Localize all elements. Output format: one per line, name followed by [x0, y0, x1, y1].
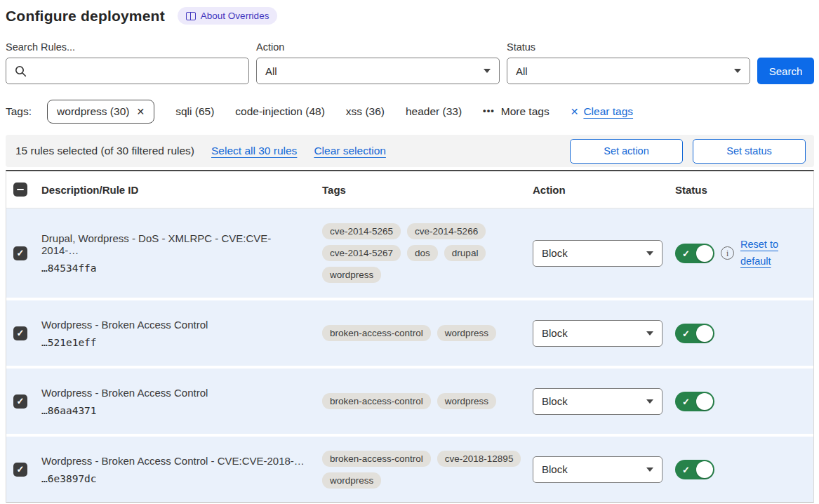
- table-row: Wordpress - Broken Access Control …521e1…: [6, 300, 813, 366]
- tag-chip: wordpress: [437, 325, 496, 341]
- rules-table: Description/Rule ID Tags Action Status D…: [6, 170, 814, 503]
- search-button[interactable]: Search: [757, 58, 814, 84]
- remove-tag-icon[interactable]: ✕: [136, 106, 145, 117]
- select-all-checkbox[interactable]: [13, 183, 27, 197]
- rule-id: …84534ffa: [41, 263, 305, 274]
- search-input-wrapper: [6, 58, 249, 84]
- clear-tags-icon: ✕: [571, 106, 579, 117]
- column-status: Status: [675, 184, 813, 196]
- chevron-down-icon: [646, 399, 653, 404]
- info-icon[interactable]: [721, 246, 734, 260]
- rule-description-cell: Wordpress - Broken Access Control - CVE:…: [41, 455, 322, 484]
- tag-chip: broken-access-control: [322, 451, 431, 467]
- row-checkbox[interactable]: [13, 326, 27, 340]
- tag-chip: cve-2014-5265: [322, 223, 401, 239]
- action-filter-field: Action All: [256, 41, 500, 84]
- rule-tags-cell: broken-access-controlcve-2018-12895wordp…: [322, 441, 533, 498]
- rule-tags-cell: cve-2014-5265cve-2014-5266cve-2014-5267d…: [322, 213, 533, 293]
- tag-chip: wordpress: [322, 472, 381, 489]
- action-filter-value: All: [265, 65, 277, 77]
- rule-action-value: Block: [542, 327, 568, 339]
- status-toggle[interactable]: [675, 392, 714, 411]
- clear-tags-label: Clear tags: [583, 105, 633, 118]
- column-tags: Tags: [322, 184, 533, 196]
- tags-bar: Tags: wordpress (30) ✕ sqli (65)code-inj…: [6, 100, 814, 124]
- action-filter-label: Action: [256, 41, 500, 53]
- rule-status-cell: Reset to default: [675, 237, 813, 270]
- toggle-knob: [696, 325, 713, 342]
- chevron-down-icon: [484, 69, 491, 73]
- search-rules-field: Search Rules...: [6, 41, 249, 84]
- table-row: Wordpress - Broken Access Control - CVE:…: [6, 437, 813, 502]
- tag-options: sqli (65)code-injection (48)xss (36)head…: [175, 105, 462, 118]
- about-overrides-badge[interactable]: About Overrides: [178, 7, 278, 25]
- set-action-button[interactable]: Set action: [570, 139, 683, 164]
- column-description: Description/Rule ID: [41, 184, 322, 196]
- chevron-down-icon: [646, 331, 653, 336]
- row-checkbox[interactable]: [13, 463, 27, 477]
- configure-deployment-page: Configure deployment About Overrides Sea…: [0, 0, 819, 503]
- reset-to-default-link[interactable]: Reset to default: [740, 237, 784, 270]
- tag-chip: cve-2014-5266: [407, 223, 486, 239]
- search-rules-label: Search Rules...: [6, 41, 249, 53]
- tags-label: Tags:: [6, 105, 32, 118]
- clear-selection-link[interactable]: Clear selection: [314, 145, 386, 157]
- rule-action-select[interactable]: Block: [533, 388, 662, 415]
- rule-description: Drupal, Wordpress - DoS - XMLRPC - CVE:C…: [41, 232, 305, 256]
- chevron-down-icon: [646, 251, 653, 256]
- status-filter-select[interactable]: All: [507, 58, 750, 84]
- status-filter-value: All: [516, 65, 528, 77]
- tag-option[interactable]: sqli (65): [175, 105, 214, 118]
- set-status-button[interactable]: Set status: [693, 139, 806, 164]
- rule-action-value: Block: [542, 463, 568, 475]
- status-toggle[interactable]: [675, 460, 714, 479]
- rule-action-select[interactable]: Block: [533, 320, 662, 347]
- table-header: Description/Rule ID Tags Action Status: [6, 171, 813, 208]
- tag-chip: broken-access-control: [322, 325, 431, 341]
- selection-bar: 15 rules selected (of 30 filtered rules)…: [6, 135, 814, 167]
- tag-chip: cve-2014-5267: [322, 245, 401, 261]
- tag-option[interactable]: xss (36): [346, 105, 385, 118]
- selected-tag-wordpress[interactable]: wordpress (30) ✕: [47, 100, 154, 124]
- tag-chip: broken-access-control: [322, 393, 431, 409]
- rule-description-cell: Wordpress - Broken Access Control …521e1…: [41, 319, 322, 348]
- tag-chip: drupal: [444, 245, 486, 261]
- tag-chip: wordpress: [437, 393, 496, 409]
- rule-description: Wordpress - Broken Access Control: [41, 319, 305, 331]
- clear-tags-link[interactable]: ✕ Clear tags: [571, 105, 633, 118]
- about-overrides-label: About Overrides: [201, 11, 269, 21]
- action-filter-select[interactable]: All: [256, 58, 500, 84]
- tag-chip: dos: [407, 245, 438, 261]
- page-header: Configure deployment About Overrides: [6, 7, 814, 25]
- chevron-down-icon: [734, 69, 741, 73]
- tag-option[interactable]: header (33): [406, 105, 462, 118]
- rule-action-select[interactable]: Block: [533, 456, 662, 483]
- rule-action-select[interactable]: Block: [533, 240, 662, 267]
- row-checkbox[interactable]: [13, 246, 27, 260]
- status-toggle[interactable]: [675, 244, 714, 263]
- filters-row: Search Rules... Action All Status All: [6, 41, 814, 84]
- selected-tag-label: wordpress (30): [57, 105, 129, 118]
- more-tags-button[interactable]: ••• More tags: [483, 105, 550, 118]
- book-icon: [186, 12, 196, 20]
- tag-chip: cve-2018-12895: [437, 451, 521, 467]
- column-action: Action: [533, 184, 675, 196]
- more-dots-icon: •••: [483, 105, 495, 116]
- toggle-knob: [696, 393, 713, 410]
- row-checkbox[interactable]: [13, 394, 27, 409]
- rule-description: Wordpress - Broken Access Control: [41, 387, 305, 399]
- rule-id: …521e1eff: [41, 337, 305, 348]
- rule-description: Wordpress - Broken Access Control - CVE:…: [41, 455, 305, 467]
- tag-option[interactable]: code-injection (48): [235, 105, 325, 118]
- rule-action-cell: Block: [533, 456, 675, 483]
- search-rules-input[interactable]: [32, 65, 240, 77]
- page-title: Configure deployment: [6, 8, 165, 25]
- rule-status-cell: [675, 392, 813, 411]
- status-toggle[interactable]: [675, 324, 714, 343]
- rule-status-cell: [675, 460, 813, 479]
- select-all-link[interactable]: Select all 30 rules: [211, 145, 297, 157]
- toggle-knob: [696, 245, 713, 262]
- rule-id: …6e3897dc: [41, 473, 305, 484]
- toggle-knob: [696, 461, 713, 478]
- selection-summary: 15 rules selected (of 30 filtered rules): [15, 145, 194, 157]
